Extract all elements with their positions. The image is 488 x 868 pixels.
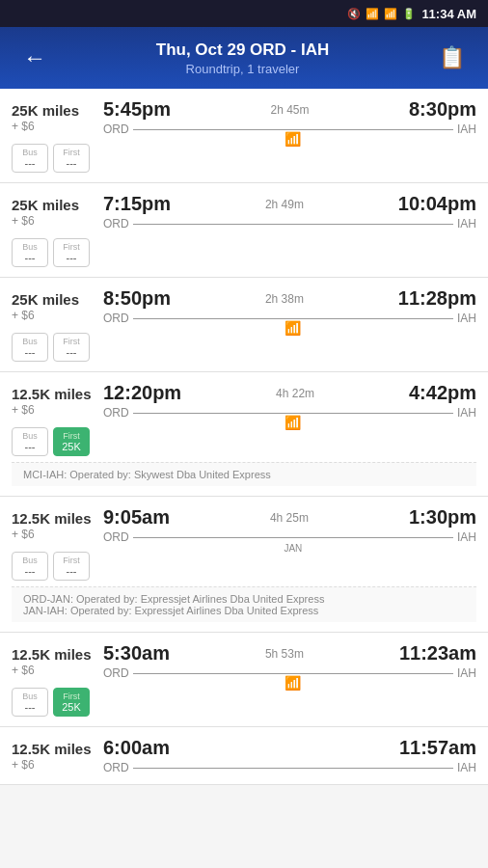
badge-value: 25K [62, 701, 81, 713]
arrive-time: 10:04pm [398, 193, 476, 215]
times-row: 5:45pm 2h 45m 8:30pm [103, 98, 476, 121]
operator-notice: MCI-IAH: Operated by: Skywest Dba United… [12, 462, 476, 486]
fare-badge[interactable]: Bus --- [12, 333, 48, 362]
badges-row: Bus --- First --- [12, 552, 476, 581]
origin-code: ORD [103, 530, 129, 544]
flight-row[interactable]: 25K miles + $6 8:50pm 2h 38m 11:28pm ORD… [0, 278, 488, 372]
badge-value: --- [25, 157, 36, 169]
flight-line: 📶 [133, 673, 453, 674]
badge-label: First [62, 242, 81, 252]
signal-icon: 📶 [384, 8, 397, 20]
flight-line [133, 224, 453, 225]
dest-code: IAH [457, 122, 476, 136]
flight-duration: 5h 53m [265, 647, 304, 661]
airports-row: ORD IAH [103, 761, 476, 774]
dest-code: IAH [457, 312, 476, 325]
flight-row[interactable]: 25K miles + $6 5:45pm 2h 45m 8:30pm ORD … [0, 89, 488, 183]
depart-time: 5:30am [103, 642, 170, 665]
flight-miles: 25K miles [12, 291, 103, 308]
badge-value: --- [67, 157, 77, 169]
flight-fee: + $6 [12, 309, 103, 322]
arrive-time: 1:30pm [409, 506, 476, 529]
flight-times-block: 7:15pm 2h 49m 10:04pm ORD IAH [103, 193, 476, 231]
flight-price-block: 25K miles + $6 [12, 102, 103, 133]
badge-value: --- [25, 252, 36, 263]
badge-label: Bus [20, 556, 40, 565]
fare-badge[interactable]: First --- [53, 238, 90, 267]
flight-fee: + $6 [12, 214, 103, 228]
times-row: 5:30am 5h 53m 11:23am [103, 642, 476, 665]
fare-badge[interactable]: Bus --- [12, 688, 48, 717]
flight-duration: 4h 25m [270, 511, 309, 525]
airports-row: ORD JAN IAH [103, 530, 476, 544]
flight-row[interactable]: 12.5K miles + $6 5:30am 5h 53m 11:23am O… [0, 633, 488, 727]
fare-badge[interactable]: First --- [53, 144, 90, 173]
wifi-icon: 📶 [285, 415, 301, 430]
flight-duration: 2h 45m [270, 103, 309, 117]
operator-notice: ORD-JAN: Operated by: Expressjet Airline… [12, 586, 476, 622]
flight-miles: 12.5K miles [12, 646, 103, 663]
badge-value: --- [67, 252, 77, 263]
fare-badge[interactable]: Bus --- [12, 552, 48, 581]
flight-main-row: 25K miles + $6 5:45pm 2h 45m 8:30pm ORD … [12, 98, 476, 136]
header-title-block: Thu, Oct 29 ORD - IAH Roundtrip, 1 trave… [54, 41, 431, 76]
trip-subtitle: Roundtrip, 1 traveler [54, 62, 431, 76]
dest-code: IAH [457, 666, 476, 680]
arrive-time: 11:28pm [398, 287, 476, 310]
arrive-time: 4:42pm [409, 382, 476, 404]
badge-label: Bus [20, 242, 40, 252]
badge-value: --- [67, 346, 77, 358]
flight-miles: 25K miles [12, 102, 103, 119]
fare-badge[interactable]: First --- [53, 552, 90, 581]
flight-line: 📶 [133, 318, 453, 319]
flight-row[interactable]: 12.5K miles + $6 6:00am 11:57am ORD IAH [0, 727, 488, 785]
flight-duration: 2h 49m [265, 198, 304, 211]
flight-row[interactable]: 25K miles + $6 7:15pm 2h 49m 10:04pm ORD… [0, 183, 488, 278]
header: ← Thu, Oct 29 ORD - IAH Roundtrip, 1 tra… [0, 27, 488, 89]
flight-main-row: 25K miles + $6 8:50pm 2h 38m 11:28pm ORD… [12, 287, 476, 325]
depart-time: 9:05am [103, 506, 170, 529]
flight-miles: 12.5K miles [12, 510, 103, 527]
badge-value: --- [25, 565, 36, 577]
origin-code: ORD [103, 217, 129, 231]
dest-code: IAH [457, 217, 476, 231]
times-row: 12:20pm 4h 22m 4:42pm [103, 382, 476, 404]
flight-price-block: 12.5K miles + $6 [12, 386, 103, 417]
airports-row: ORD 📶 IAH [103, 312, 476, 325]
battery-icon: 🔋 [402, 8, 416, 20]
flight-row[interactable]: 12.5K miles + $6 12:20pm 4h 22m 4:42pm O… [0, 372, 488, 497]
badge-value: --- [25, 346, 36, 358]
dest-code: IAH [457, 530, 476, 544]
times-row: 8:50pm 2h 38m 11:28pm [103, 287, 476, 310]
depart-time: 8:50pm [103, 287, 171, 310]
flight-fee: + $6 [12, 120, 103, 133]
arrive-time: 11:23am [399, 642, 476, 665]
fare-badge[interactable]: Bus --- [12, 427, 48, 456]
flight-row[interactable]: 12.5K miles + $6 9:05am 4h 25m 1:30pm OR… [0, 497, 488, 633]
times-row: 7:15pm 2h 49m 10:04pm [103, 193, 476, 215]
flight-price-block: 12.5K miles + $6 [12, 741, 103, 772]
status-time: 11:34 AM [421, 7, 476, 21]
fare-badge[interactable]: First --- [53, 333, 90, 362]
arrive-time: 8:30pm [409, 98, 476, 121]
depart-time: 6:00am [103, 737, 170, 759]
badge-value: 25K [62, 441, 81, 452]
fare-badge[interactable]: Bus --- [12, 238, 48, 267]
flight-times-block: 9:05am 4h 25m 1:30pm ORD JAN IAH [103, 506, 476, 544]
badge-label: First [62, 148, 81, 157]
flight-main-row: 12.5K miles + $6 5:30am 5h 53m 11:23am O… [12, 642, 476, 680]
wifi-status-icon: 📶 [366, 8, 379, 20]
flight-miles: 12.5K miles [12, 741, 103, 757]
back-button[interactable]: ← [15, 41, 54, 75]
flight-price-block: 25K miles + $6 [12, 291, 103, 322]
times-row: 9:05am 4h 25m 1:30pm [103, 506, 476, 529]
flight-price-block: 25K miles + $6 [12, 197, 103, 228]
fare-badge[interactable]: First 25K [53, 427, 90, 456]
flight-main-row: 12.5K miles + $6 6:00am 11:57am ORD IAH [12, 737, 476, 774]
fare-badge[interactable]: Bus --- [12, 144, 48, 173]
dest-code: IAH [457, 761, 476, 774]
badges-row: Bus --- First 25K [12, 427, 476, 456]
fare-badge[interactable]: First 25K [53, 688, 90, 717]
book-icon[interactable]: 📋 [431, 41, 473, 74]
badge-label: Bus [20, 148, 40, 157]
